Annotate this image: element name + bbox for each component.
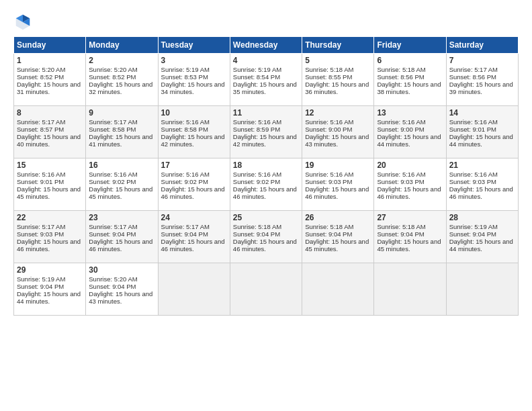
sunrise: Sunrise: 5:16 AM <box>161 171 210 178</box>
daylight: Daylight: 15 hours and 38 minutes. <box>377 81 441 95</box>
day-number: 12 <box>305 108 371 118</box>
sunrise: Sunrise: 5:18 AM <box>305 223 353 230</box>
sunset: Sunset: 9:01 PM <box>449 126 496 133</box>
daylight: Daylight: 15 hours and 36 minutes. <box>305 81 369 95</box>
day-number: 16 <box>89 161 154 170</box>
sunrise: Sunrise: 5:16 AM <box>89 171 137 178</box>
calendar-table: SundayMondayTuesdayWednesdayThursdayFrid… <box>13 36 519 316</box>
sunrise: Sunrise: 5:17 AM <box>161 223 210 230</box>
sunrise: Sunrise: 5:18 AM <box>305 66 353 73</box>
sunset: Sunset: 9:02 PM <box>161 178 208 185</box>
calendar-cell: 24 Sunrise: 5:17 AM Sunset: 9:04 PM Dayl… <box>158 211 230 263</box>
daylight: Daylight: 15 hours and 46 minutes. <box>89 238 152 253</box>
sunset: Sunset: 9:04 PM <box>449 230 496 238</box>
calendar-cell: 21 Sunrise: 5:16 AM Sunset: 9:03 PM Dayl… <box>446 158 518 211</box>
sunrise: Sunrise: 5:19 AM <box>233 66 281 73</box>
calendar-cell: 6 Sunrise: 5:18 AM Sunset: 8:56 PM Dayli… <box>374 54 446 106</box>
sunrise: Sunrise: 5:17 AM <box>89 223 137 230</box>
sunset: Sunset: 8:53 PM <box>161 73 208 81</box>
day-number: 15 <box>17 161 83 170</box>
day-number: 17 <box>161 161 227 170</box>
day-number: 1 <box>17 56 83 65</box>
sunrise: Sunrise: 5:20 AM <box>17 66 65 73</box>
sunrise: Sunrise: 5:16 AM <box>305 171 353 178</box>
daylight: Daylight: 15 hours and 46 minutes. <box>233 238 297 253</box>
daylight: Daylight: 15 hours and 44 minutes. <box>377 133 441 148</box>
daylight: Daylight: 15 hours and 34 minutes. <box>161 81 225 95</box>
logo-icon <box>13 12 32 31</box>
sunset: Sunset: 9:04 PM <box>233 230 280 238</box>
day-number: 25 <box>233 213 299 222</box>
sunrise: Sunrise: 5:18 AM <box>377 66 425 73</box>
daylight: Daylight: 15 hours and 44 minutes. <box>17 290 81 305</box>
daylight: Daylight: 15 hours and 40 minutes. <box>17 133 81 148</box>
calendar-cell: 2 Sunrise: 5:20 AM Sunset: 8:52 PM Dayli… <box>86 54 158 106</box>
calendar-cell: 1 Sunrise: 5:20 AM Sunset: 8:52 PM Dayli… <box>14 54 86 106</box>
day-number: 30 <box>89 265 154 275</box>
calendar-cell: 23 Sunrise: 5:17 AM Sunset: 9:04 PM Dayl… <box>86 211 158 263</box>
calendar-cell <box>302 263 374 316</box>
sunset: Sunset: 8:56 PM <box>449 73 496 81</box>
daylight: Daylight: 15 hours and 32 minutes. <box>89 81 152 95</box>
sunrise: Sunrise: 5:19 AM <box>449 223 498 230</box>
sunrise: Sunrise: 5:16 AM <box>17 171 65 178</box>
daylight: Daylight: 15 hours and 45 minutes. <box>17 185 81 200</box>
calendar-cell <box>230 263 302 316</box>
calendar-cell <box>446 263 518 316</box>
calendar-cell: 4 Sunrise: 5:19 AM Sunset: 8:54 PM Dayli… <box>230 54 302 106</box>
sunrise: Sunrise: 5:17 AM <box>89 118 137 126</box>
day-number: 9 <box>89 108 154 118</box>
day-number: 24 <box>161 213 227 222</box>
weekday-header: Saturday <box>446 37 518 54</box>
weekday-header: Wednesday <box>230 37 302 54</box>
sunset: Sunset: 8:59 PM <box>233 126 280 133</box>
calendar-cell: 25 Sunrise: 5:18 AM Sunset: 9:04 PM Dayl… <box>230 211 302 263</box>
sunrise: Sunrise: 5:17 AM <box>17 118 65 126</box>
sunrise: Sunrise: 5:19 AM <box>17 275 65 283</box>
sunrise: Sunrise: 5:20 AM <box>89 275 137 283</box>
day-number: 26 <box>305 213 371 222</box>
calendar-week-row: 8 Sunrise: 5:17 AM Sunset: 8:57 PM Dayli… <box>14 106 519 158</box>
calendar-week-row: 15 Sunrise: 5:16 AM Sunset: 9:01 PM Dayl… <box>14 158 519 211</box>
sunrise: Sunrise: 5:16 AM <box>449 118 498 126</box>
sunrise: Sunrise: 5:20 AM <box>89 66 137 73</box>
calendar-cell: 30 Sunrise: 5:20 AM Sunset: 9:04 PM Dayl… <box>86 263 158 316</box>
day-number: 28 <box>449 213 515 222</box>
calendar-cell: 16 Sunrise: 5:16 AM Sunset: 9:02 PM Dayl… <box>86 158 158 211</box>
calendar-cell: 15 Sunrise: 5:16 AM Sunset: 9:01 PM Dayl… <box>14 158 86 211</box>
day-number: 8 <box>17 108 83 118</box>
sunset: Sunset: 9:02 PM <box>233 178 280 185</box>
sunset: Sunset: 8:56 PM <box>377 73 424 81</box>
day-number: 4 <box>233 56 299 65</box>
day-number: 18 <box>233 161 299 170</box>
day-number: 19 <box>305 161 371 170</box>
calendar-cell <box>158 263 230 316</box>
sunset: Sunset: 8:52 PM <box>17 73 64 81</box>
weekday-header: Tuesday <box>158 37 230 54</box>
daylight: Daylight: 15 hours and 43 minutes. <box>305 133 369 148</box>
day-number: 29 <box>17 265 83 275</box>
sunset: Sunset: 8:54 PM <box>233 73 280 81</box>
daylight: Daylight: 15 hours and 41 minutes. <box>89 133 152 148</box>
sunrise: Sunrise: 5:16 AM <box>377 171 425 178</box>
daylight: Daylight: 15 hours and 45 minutes. <box>305 238 369 253</box>
day-number: 10 <box>161 108 227 118</box>
daylight: Daylight: 15 hours and 45 minutes. <box>89 185 152 200</box>
daylight: Daylight: 15 hours and 39 minutes. <box>449 81 513 95</box>
header <box>13 12 519 31</box>
sunset: Sunset: 9:04 PM <box>17 283 64 290</box>
calendar-cell: 29 Sunrise: 5:19 AM Sunset: 9:04 PM Dayl… <box>14 263 86 316</box>
day-number: 22 <box>17 213 83 222</box>
logo <box>13 12 35 31</box>
sunset: Sunset: 9:03 PM <box>305 178 352 185</box>
sunset: Sunset: 9:04 PM <box>89 230 136 238</box>
sunset: Sunset: 8:58 PM <box>161 126 208 133</box>
calendar-cell: 17 Sunrise: 5:16 AM Sunset: 9:02 PM Dayl… <box>158 158 230 211</box>
calendar-cell: 10 Sunrise: 5:16 AM Sunset: 8:58 PM Dayl… <box>158 106 230 158</box>
daylight: Daylight: 15 hours and 46 minutes. <box>233 185 297 200</box>
sunrise: Sunrise: 5:17 AM <box>449 66 498 73</box>
daylight: Daylight: 15 hours and 46 minutes. <box>377 185 441 200</box>
sunset: Sunset: 9:02 PM <box>89 178 136 185</box>
calendar-week-row: 29 Sunrise: 5:19 AM Sunset: 9:04 PM Dayl… <box>14 263 519 316</box>
sunset: Sunset: 9:04 PM <box>305 230 352 238</box>
